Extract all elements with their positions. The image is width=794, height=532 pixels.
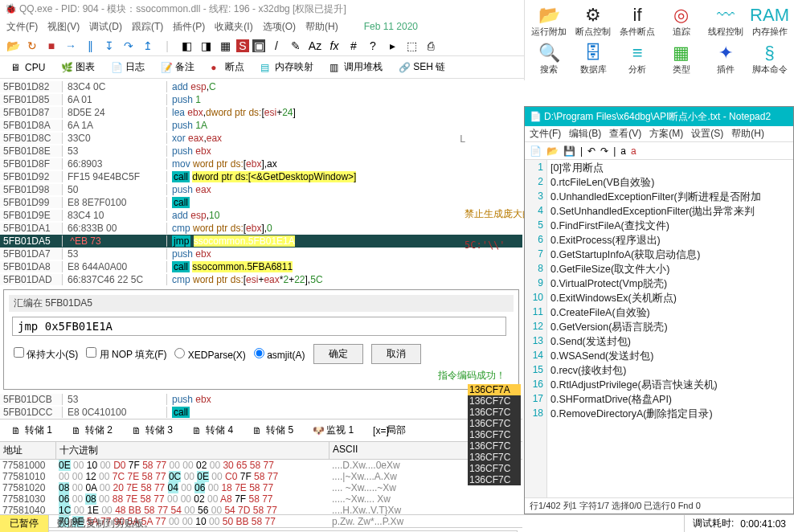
open-icon[interactable]: 📂 [5,38,21,54]
dump-row[interactable]: 7758103006 00 08 00 88 7E 58 77 00 00 02… [0,493,522,505]
np-line[interactable]: 0.GetStartupInfoA(获取启动信息) [550,248,790,263]
np-save-icon[interactable]: 💾 [563,145,575,157]
plugin-item[interactable]: if条件断点 [616,3,659,39]
disasm-row[interactable]: 5FB01D8C33C0xor eax,eax [0,132,522,145]
plugin-item[interactable]: ▦类型 [660,41,702,77]
disassembly-view-2[interactable]: 5FB01DCB53push ebx5FB01DCCE8 0C410100cal… [0,393,522,419]
dump-tab[interactable]: [x=]局部 [365,421,414,440]
disasm-row[interactable]: 5FB01D99E8 8E7F0100call [0,196,522,209]
plugin-item[interactable]: 🗄数据库 [572,41,615,77]
disasm-row[interactable]: 5FB01DCB53push ebx [0,393,522,406]
dump-tab[interactable]: 🗎转储 5 [244,421,301,440]
tab-cpu[interactable]: 🖥CPU [3,58,52,77]
disasm-row[interactable]: 5FB01D8283C4 0Cadd esp,C [0,80,522,93]
plugin-item[interactable]: §脚本命令 [748,41,791,77]
step-over-icon[interactable]: ↷ [121,38,137,54]
asmjit-radio[interactable]: asmjit(A) [254,348,305,361]
xedparse-radio[interactable]: XEDParse(X) [174,348,245,361]
np-line[interactable]: 0.FindFirstFileA(查找文件) [550,219,790,234]
disasm-row[interactable]: 5FB01D9850push eax [0,183,522,196]
tool-n-icon[interactable]: ⎙ [423,38,439,54]
np-line[interactable]: 0.WSASend(发送封包) [550,350,790,364]
dump-tab[interactable]: 🗎转储 4 [184,421,241,440]
disasm-row[interactable]: 5FB01DA5 ^EB 73jmp ssocommon.5FB01E1A [0,235,522,248]
menu-view[interactable]: 视图(V) [47,20,80,34]
tab-graph[interactable]: 🌿图表 [54,56,102,78]
dump-tab[interactable]: 🗎转储 1 [3,421,60,440]
ref-addr[interactable]: 136CF7C [468,418,521,429]
np-menu-item[interactable]: 帮助(H) [731,127,764,141]
np-menu-item[interactable]: 编辑(B) [569,127,601,141]
np-menu-item[interactable]: 方案(M) [649,127,683,141]
menu-help[interactable]: 帮助(H) [305,20,338,34]
pause-icon[interactable]: ‖ [82,38,98,54]
np-line[interactable]: [0]常用断点 [550,162,790,176]
np-menu-item[interactable]: 文件(F) [530,127,561,141]
menu-options[interactable]: 选项(O) [263,20,296,34]
np-line[interactable]: 0.VirtualProtect(Vmp脱壳) [550,277,790,292]
stop-icon[interactable]: ■ [43,38,59,54]
dump-row[interactable]: 7758101000 00 12 00 7C 7E 58 77 0C 00 0E… [0,471,522,482]
np-redo-icon[interactable]: ↷ [600,145,608,157]
ref-addr[interactable]: 136CF7C [468,474,521,485]
tool-g-icon[interactable]: ✎ [288,38,304,54]
disasm-row[interactable]: 5FB01DCCE8 0C410100call [0,406,522,419]
menu-plugin[interactable]: 插件(P) [173,20,205,34]
ref-addr[interactable]: 136CF7C [468,440,521,452]
disasm-row[interactable]: 5FB01DA8E8 644A0A00call ssocommon.5FBA68… [0,260,522,273]
disasm-row[interactable]: 5FB01D8F66:8903mov word ptr ds:[ebx],ax [0,158,522,170]
np-line[interactable]: 0.RemoveDirectoryA(删除指定目录) [550,407,790,422]
np-menu-item[interactable]: 设置(S) [691,127,723,141]
tool-i-icon[interactable]: fx [326,38,342,54]
np-line[interactable]: 0.GetVersion(易语言脱壳) [550,321,790,335]
np-line[interactable]: 0.SetUnhandledExceptionFilter(抛出异常来判 [550,205,790,219]
run-icon[interactable]: → [63,38,79,54]
tool-e-icon[interactable]: ▣ [252,39,265,52]
np-new-icon[interactable]: 📄 [530,145,542,157]
tool-h-icon[interactable]: Az [307,38,323,54]
tool-b-icon[interactable]: ◨ [198,38,214,54]
ok-button[interactable]: 确定 [313,344,363,364]
np-undo-icon[interactable]: ↶ [587,145,596,157]
notepad-toolbar[interactable]: 📄 📂 💾 | ↶ ↷ | a a [525,142,793,160]
tab-bp[interactable]: ●断点 [203,56,252,78]
ref-addr[interactable]: 136CF7C [468,407,521,418]
disasm-row[interactable]: 5FB01DA166:833B 00cmp word ptr ds:[ebx],… [0,222,522,235]
tool-a-icon[interactable]: ◧ [178,38,194,54]
tool-f-icon[interactable]: / [268,38,284,54]
notepad-text[interactable]: [0]常用断点0.rtcFileLen(VB自效验)0.UnhandledExc… [547,160,793,497]
tool-j-icon[interactable]: # [346,38,362,54]
ref-addr[interactable]: 136CF7C [468,429,521,440]
menu-file[interactable]: 文件(F) [6,20,38,34]
tab-seh[interactable]: 🔗SEH 链 [391,56,452,78]
notepad-title-bar[interactable]: 📄 D:\Program Files\x64dbg\API断点小全.txt - … [525,107,793,126]
disasm-row[interactable]: 5FB01DAD66:837C46 22 5Ccmp word ptr ds:[… [0,273,522,286]
dump-tab[interactable]: 🗎转储 2 [63,421,121,440]
np-line[interactable]: 0.rtcFileLen(VB自效验) [550,176,790,190]
tool-l-icon[interactable]: ▸ [384,38,400,54]
nop-fill-check[interactable]: 用 NOP 填充(F) [86,347,166,362]
dump-tab[interactable]: 🗎转储 3 [124,421,181,440]
plugin-item[interactable]: 🔍搜索 [528,41,571,77]
plugin-item[interactable]: 📂运行附加 [528,3,571,39]
disassembly-view[interactable]: 5FB01D8283C4 0Cadd esp,C5FB01D856A 01pus… [0,80,522,286]
menu-trace[interactable]: 跟踪(T) [132,20,163,34]
tab-log[interactable]: 📄日志 [104,56,152,78]
np-line[interactable]: 0.recv(接收封包) [550,364,790,379]
np-line[interactable]: 0.UnhandledExceptionFilter(判断进程是否附加 [550,190,790,205]
disasm-row[interactable]: 5FB01D856A 01push 1 [0,93,522,106]
disasm-row[interactable]: 5FB01DA753push ebx [0,248,522,260]
disasm-row[interactable]: 5FB01D92FF15 94E4BC5Fcall dword ptr ds:[… [0,170,522,183]
step-out-icon[interactable]: ↥ [140,38,156,54]
np-tool-b-icon[interactable]: a [631,145,636,157]
tab-notes[interactable]: 📝备注 [153,56,202,78]
np-line[interactable]: 0.ExitProcess(程序退出) [550,234,790,248]
cancel-button[interactable]: 取消 [371,344,421,364]
tab-memmap[interactable]: ▤内存映射 [253,56,321,78]
np-open-icon[interactable]: 📂 [546,145,559,157]
np-line[interactable]: 0.ExitWindowsEx(关机断点) [550,292,790,306]
asm-input[interactable] [12,317,506,336]
dump-row[interactable]: 7758102008 00 0A 00 20 7E 58 77 04 00 06… [0,482,522,493]
ref-addr[interactable]: 136CF7C [468,463,521,474]
dump-tab[interactable]: 🐶监视 1 [305,421,362,440]
